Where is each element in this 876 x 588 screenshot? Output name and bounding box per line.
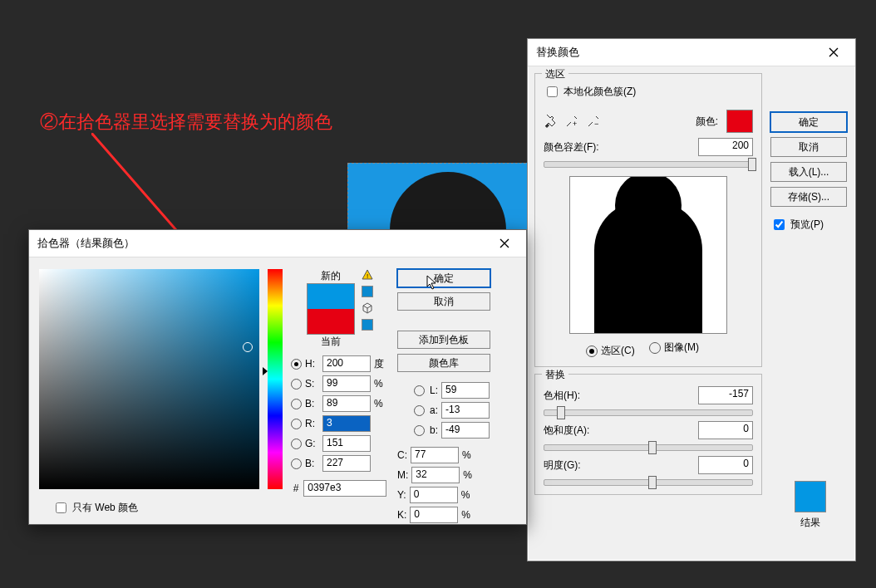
- web-only-label: 只有 Web 颜色: [72, 501, 138, 515]
- gamut-warning-icon[interactable]: !: [362, 269, 373, 281]
- new-current-swatch[interactable]: [307, 283, 355, 335]
- G-radio[interactable]: G:: [291, 438, 319, 449]
- light-row: 明度(G): 0: [544, 456, 753, 474]
- preview-checkbox[interactable]: 预览(P): [770, 217, 847, 233]
- light-input[interactable]: 0: [698, 456, 753, 474]
- hue-cursor: [263, 367, 268, 375]
- dialog-title: 替换颜色: [536, 45, 579, 60]
- hex-input[interactable]: 0397e3: [303, 480, 386, 497]
- a-radio[interactable]: [414, 405, 425, 416]
- picker-right-column: 确定 取消 添加到色板 颜色库 L:59 a:-13 b:-49 C:77% M…: [397, 269, 490, 523]
- current-color: [308, 309, 354, 334]
- color-libraries-button[interactable]: 颜色库: [397, 354, 490, 372]
- fuzziness-label: 颜色容差(F):: [544, 140, 691, 154]
- cursor-icon: [426, 275, 440, 292]
- save-button[interactable]: 存储(S)...: [770, 187, 847, 207]
- ok-button[interactable]: 确定: [770, 112, 847, 132]
- eyedropper-icon[interactable]: [544, 115, 557, 128]
- H-input[interactable]: 200: [322, 355, 371, 372]
- R-radio[interactable]: R:: [291, 418, 319, 429]
- H-radio[interactable]: H:: [291, 358, 319, 370]
- fuzziness-input[interactable]: 200: [698, 138, 753, 156]
- web-only-input[interactable]: [56, 502, 66, 513]
- hex-row: # 0397e3: [293, 480, 387, 497]
- new-color: [308, 284, 354, 309]
- L-input[interactable]: 59: [441, 382, 490, 399]
- replace-color-dialog: 替换颜色 确定 取消 载入(L)... 存储(S)... 预览(P) 选区 本地…: [527, 38, 856, 561]
- source-color-swatch[interactable]: [726, 110, 753, 133]
- sv-field[interactable]: [39, 269, 259, 489]
- annotation-step2: ②在拾色器里选择需要替换为的颜色: [40, 110, 332, 135]
- cancel-button[interactable]: 取消: [770, 137, 847, 157]
- Bb-input[interactable]: 227: [322, 455, 371, 472]
- Bv-input[interactable]: 89: [322, 395, 371, 412]
- eyedropper-add-icon[interactable]: +: [565, 115, 578, 128]
- S-radio[interactable]: S:: [291, 378, 319, 390]
- hex-prefix: #: [293, 483, 299, 494]
- preview-check-input[interactable]: [774, 219, 785, 230]
- hue-input[interactable]: -157: [698, 386, 753, 404]
- sat-slider[interactable]: [544, 444, 753, 451]
- C-input[interactable]: 77: [411, 447, 459, 463]
- radio-image[interactable]: 图像(M): [649, 341, 699, 355]
- selection-fieldset: 选区 本地化颜色簇(Z) + − 颜色: 颜色容差(F): 200 选区(C) …: [534, 73, 762, 367]
- picker-titlebar: 拾色器（结果颜色）: [29, 230, 526, 257]
- close-button[interactable]: [820, 44, 847, 61]
- sat-label: 饱和度(A):: [544, 424, 602, 438]
- fuzziness-row: 颜色容差(F): 200: [544, 138, 753, 156]
- picker-cancel-button[interactable]: 取消: [397, 292, 490, 311]
- sv-cursor: [243, 342, 253, 352]
- Bv-radio[interactable]: B:: [291, 398, 319, 409]
- localized-check-input[interactable]: [547, 86, 558, 97]
- G-input[interactable]: 151: [322, 435, 371, 452]
- lab-b-input[interactable]: -49: [441, 422, 490, 439]
- cmyk-fields: C:77% M:32% Y:0% K:0%: [397, 447, 490, 523]
- svg-text:−: −: [594, 120, 598, 128]
- selection-preview: [569, 176, 727, 334]
- Y-input[interactable]: 0: [410, 487, 458, 503]
- sat-row: 饱和度(A): 0: [544, 421, 753, 439]
- localized-checkbox[interactable]: 本地化颜色簇(Z): [544, 84, 636, 100]
- cube-icon[interactable]: [362, 302, 373, 314]
- cube-target-swatch[interactable]: [362, 319, 373, 331]
- M-input[interactable]: 32: [411, 467, 460, 483]
- hue-slider[interactable]: [544, 409, 753, 416]
- web-only-checkbox[interactable]: 只有 Web 颜色: [52, 500, 138, 516]
- hue-strip[interactable]: [268, 269, 283, 489]
- close-icon: [500, 238, 509, 248]
- lab-fields: L:59 a:-13 b:-49: [414, 382, 490, 439]
- b-radio[interactable]: [414, 425, 425, 436]
- R-input[interactable]: 3: [322, 415, 371, 432]
- swatch-column: 新的 当前 ! H: 200 度: [291, 269, 389, 523]
- K-input[interactable]: 0: [410, 507, 458, 523]
- gamut-target-swatch[interactable]: [362, 286, 373, 297]
- S-input[interactable]: 99: [322, 375, 371, 392]
- color-label: 颜色:: [696, 115, 718, 129]
- L-radio[interactable]: [414, 385, 425, 396]
- radio-selection[interactable]: 选区(C): [586, 344, 635, 358]
- preview-label: 预览(P): [790, 218, 824, 232]
- selection-legend: 选区: [542, 67, 568, 81]
- result-label: 结果: [774, 516, 847, 530]
- eyedropper-sub-icon[interactable]: −: [587, 115, 600, 128]
- svg-text:+: +: [573, 120, 577, 128]
- replace-fieldset: 替换 色相(H): -157 饱和度(A): 0 明度(G): 0: [534, 374, 762, 495]
- replace-legend: 替换: [542, 368, 568, 382]
- picker-body: 新的 当前 ! H: 200 度: [29, 257, 526, 533]
- Bb-radio[interactable]: B:: [291, 458, 319, 469]
- add-to-swatches-button[interactable]: 添加到色板: [397, 331, 490, 349]
- preview-mode-radios: 选区(C) 图像(M): [544, 341, 753, 358]
- result-swatch[interactable]: [795, 481, 826, 512]
- picker-close-button[interactable]: [491, 235, 518, 252]
- localized-label: 本地化颜色簇(Z): [563, 85, 636, 99]
- load-button[interactable]: 载入(L)...: [770, 162, 847, 182]
- light-slider[interactable]: [544, 479, 753, 486]
- a-input[interactable]: -13: [441, 402, 490, 419]
- current-label: 当前: [307, 335, 355, 349]
- picker-ok-button[interactable]: 确定: [397, 269, 490, 287]
- result-area: 结果: [774, 365, 847, 530]
- close-icon: [829, 47, 839, 57]
- eyedropper-row: + − 颜色:: [544, 110, 753, 133]
- fuzziness-slider[interactable]: [544, 161, 753, 168]
- sat-input[interactable]: 0: [698, 421, 753, 439]
